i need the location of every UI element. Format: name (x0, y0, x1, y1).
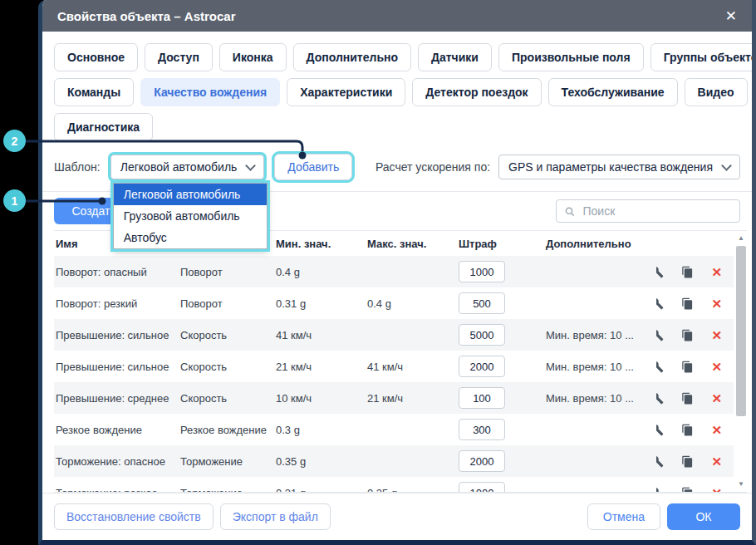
dropdown-option[interactable]: Автобус (114, 227, 267, 248)
scroll-down-icon[interactable]: ▼ (738, 479, 744, 489)
penalty-input[interactable] (459, 356, 505, 377)
scrollbar-track[interactable] (735, 243, 747, 479)
cell-name: Поворот: опасный (54, 266, 179, 278)
copy-icon[interactable] (681, 297, 694, 310)
ok-button[interactable]: ОК (667, 503, 740, 530)
delete-icon[interactable]: ✕ (711, 297, 722, 310)
cell-min: 0.35 g (274, 455, 366, 468)
cell-name: Превышение: сильное (54, 361, 179, 373)
tab[interactable]: Доступ (145, 43, 213, 71)
penalty-input[interactable] (459, 482, 505, 493)
cell-max: 0.35 g (366, 487, 457, 493)
dialog-footer: Восстановление свойств Экспорт в файл От… (42, 493, 752, 540)
row-actions: ✕ (656, 266, 734, 278)
delete-icon[interactable]: ✕ (711, 329, 722, 341)
dropdown-option[interactable]: Легковой автомобиль (114, 184, 267, 205)
penalty-input[interactable] (459, 261, 505, 282)
copy-icon[interactable] (681, 329, 694, 341)
cell-category: Поворот (179, 297, 274, 310)
acceleration-group: Расчет ускорения по: GPS и параметры кач… (376, 155, 740, 179)
table-row: Поворот: опасныйПоворот0.4 g✕ (54, 256, 734, 287)
cell-category: Торможение (179, 487, 274, 493)
template-select-value: Легковой автомобиль (120, 160, 238, 174)
tab[interactable]: Качество вождения (140, 78, 280, 106)
chevron-down-icon (721, 160, 732, 171)
copy-icon[interactable] (681, 392, 694, 405)
cell-category: Резкое вождение (179, 424, 274, 436)
acceleration-select-value: GPS и параметры качества вождения (508, 160, 713, 174)
delete-icon[interactable]: ✕ (711, 266, 722, 278)
criteria-table: ИмяКатегорияМин. знач.Макс. знач.ШтрафДо… (54, 230, 747, 493)
template-select[interactable]: Легковой автомобиль Легковой автомобильГ… (110, 155, 265, 179)
tab[interactable]: Произвольные поля (498, 43, 644, 71)
tab[interactable]: Основное (54, 43, 138, 71)
cell-extra: Мин. время: 10 ... (544, 329, 656, 341)
tab[interactable]: Команды (54, 78, 134, 106)
settings-wrench-icon[interactable] (656, 392, 664, 405)
cell-name: Превышение: среднее (54, 392, 179, 405)
export-to-file-button[interactable]: Экспорт в файл (220, 503, 331, 530)
penalty-input[interactable] (459, 324, 505, 346)
cancel-button[interactable]: Отмена (587, 503, 660, 530)
template-row: Шаблон: Легковой автомобиль Легковой авт… (42, 141, 752, 192)
page-background: { "window": { "title": "Свойства объекта… (0, 0, 756, 545)
chevron-down-icon (245, 160, 256, 171)
dropdown-option[interactable]: Грузовой автомобиль (114, 205, 267, 227)
scrollbar-thumb[interactable] (736, 246, 746, 416)
settings-wrench-icon[interactable] (656, 266, 664, 278)
penalty-input[interactable] (459, 387, 505, 409)
penalty-input[interactable] (459, 292, 505, 314)
delete-icon[interactable]: ✕ (711, 361, 722, 373)
search-icon (565, 206, 574, 217)
copy-icon[interactable] (681, 487, 694, 493)
tab[interactable]: Иконка (219, 43, 287, 71)
settings-wrench-icon[interactable] (656, 297, 664, 310)
table-row: Превышение: сильноеСкорость21 км/ч41 км/… (54, 351, 734, 382)
callout-badge-1: 1 (3, 189, 26, 212)
delete-icon[interactable]: ✕ (711, 424, 722, 436)
tab[interactable]: Характеристики (287, 78, 405, 106)
tab[interactable]: Техобслуживание (548, 78, 678, 106)
settings-wrench-icon[interactable] (656, 361, 664, 373)
cell-max: 41 км/ч (366, 361, 457, 373)
tabs: ОсновноеДоступИконкаДополнительноДатчики… (42, 32, 752, 141)
delete-icon[interactable]: ✕ (711, 455, 722, 468)
delete-icon[interactable]: ✕ (711, 392, 722, 405)
table-scrollbar[interactable]: ▲ ▼ (735, 233, 747, 489)
settings-wrench-icon[interactable] (656, 329, 664, 341)
close-icon[interactable]: ✕ (725, 9, 737, 23)
template-label: Шаблон: (54, 160, 101, 174)
cell-category: Скорость (179, 361, 274, 373)
penalty-input[interactable] (459, 419, 505, 440)
cell-min: 10 км/ч (274, 392, 366, 405)
copy-icon[interactable] (681, 266, 694, 278)
settings-wrench-icon[interactable] (656, 424, 664, 436)
restore-properties-button[interactable]: Восстановление свойств (54, 503, 214, 530)
acceleration-select[interactable]: GPS и параметры качества вождения (498, 155, 740, 179)
search-input[interactable] (581, 204, 731, 218)
tab[interactable]: Дополнительно (293, 43, 411, 71)
cell-min: 41 км/ч (274, 329, 366, 341)
tab[interactable]: Датчики (418, 43, 492, 71)
settings-wrench-icon[interactable] (656, 487, 664, 493)
table-row: Торможение: резкоеТорможение0.31 g0.35 g… (54, 477, 734, 493)
copy-icon[interactable] (681, 361, 694, 373)
tab[interactable]: Детектор поездок (412, 78, 541, 106)
table-body: Поворот: опасныйПоворот0.4 g✕Поворот: ре… (54, 256, 747, 493)
column-header: Штраф (457, 238, 544, 250)
callout-badge-2: 2 (3, 130, 26, 152)
cell-min: 0.3 g (274, 424, 366, 436)
add-template-button[interactable]: Добавить (274, 154, 352, 180)
penalty-input[interactable] (459, 450, 505, 472)
settings-wrench-icon[interactable] (656, 455, 664, 468)
cell-min: 0.31 g (274, 297, 366, 310)
cell-name: Торможение: опасное (54, 455, 179, 468)
delete-icon[interactable]: ✕ (711, 487, 722, 493)
cell-name: Торможение: резкое (54, 487, 179, 493)
tab[interactable]: Видео (685, 78, 748, 106)
copy-icon[interactable] (681, 455, 694, 468)
tab[interactable]: Группы объектов (650, 43, 756, 71)
copy-icon[interactable] (681, 424, 694, 436)
scroll-up-icon[interactable]: ▲ (738, 233, 744, 243)
tab[interactable]: Диагностика (54, 113, 153, 141)
